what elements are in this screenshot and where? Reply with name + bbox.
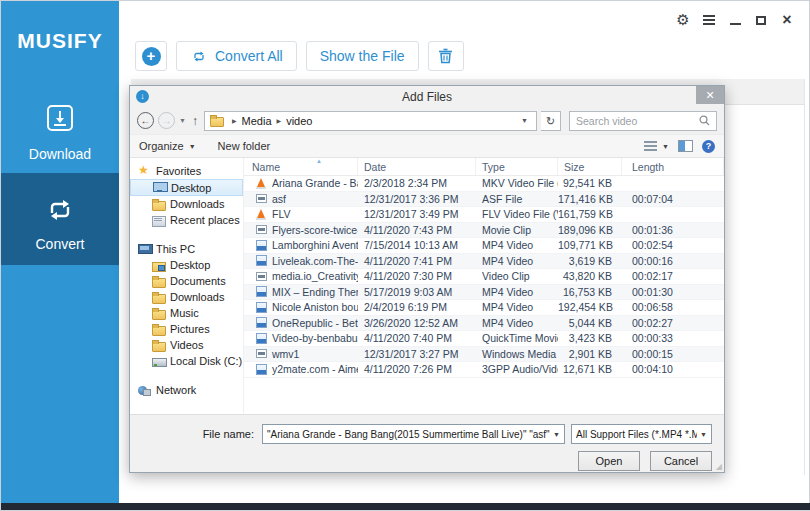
tree-item-local-disk-c-[interactable]: Local Disk (C:) [130, 353, 243, 369]
tree-item-recent-places[interactable]: Recent places [130, 212, 243, 228]
tree-item-favorites[interactable]: Favorites [130, 163, 243, 179]
refresh-icon[interactable]: ↻ [541, 111, 561, 131]
search-box[interactable] [569, 111, 717, 131]
desktop-icon [153, 182, 166, 193]
sidebar-item-convert[interactable]: Convert [1, 173, 119, 265]
tree-item-label: Favorites [156, 165, 201, 177]
file-type-cell: QuickTime Movie [476, 332, 558, 344]
file-row[interactable]: FLV12/31/2017 3:49 PMFLV Video File (VLC… [244, 207, 724, 223]
pc-icon [138, 244, 151, 255]
tree-item-videos[interactable]: Videos [130, 337, 243, 353]
tree-item-pictures[interactable]: Pictures [130, 321, 243, 337]
file-row[interactable]: Flyers-score-twice-i...4/11/2020 7:43 PM… [244, 223, 724, 239]
history-dropdown-icon[interactable]: ▼ [179, 117, 186, 124]
file-list-panel: ▲ NameDateTypeSizeLength Ariana Grande -… [244, 158, 724, 414]
new-folder-button[interactable]: New folder [218, 140, 271, 152]
tree-item-documents[interactable]: Documents [130, 273, 243, 289]
open-button[interactable]: Open [578, 451, 640, 471]
file-type-cell: MP4 Video [476, 301, 558, 313]
file-row[interactable]: wmv112/31/2017 3:27 PMWindows Media A...… [244, 347, 724, 363]
file-name-cell: Nicole Aniston bou... [244, 301, 358, 313]
add-files-button[interactable]: + [135, 41, 167, 71]
menu-icon[interactable] [701, 12, 717, 28]
folder-icon [152, 199, 165, 210]
organize-button[interactable]: Organize ▼ [139, 140, 196, 152]
file-type-dropdown-icon[interactable]: ▼ [697, 431, 707, 438]
file-row[interactable]: OneRepublic - Bett...3/26/2020 12:52 AMM… [244, 316, 724, 332]
column-header-name[interactable]: Name [244, 158, 358, 175]
file-row[interactable]: media.io_Creativity ...4/11/2020 7:30 PM… [244, 269, 724, 285]
file-name-text: asf [272, 193, 286, 205]
file-row[interactable]: Liveleak.com-The-c...4/11/2020 7:41 PMMP… [244, 254, 724, 270]
help-icon[interactable]: ? [702, 140, 715, 153]
file-name-dropdown-icon[interactable]: ▼ [550, 431, 560, 438]
column-header-type[interactable]: Type [476, 158, 558, 175]
file-row[interactable]: y2mate.com - Aime...4/11/2020 7:26 PM3GP… [244, 362, 724, 378]
close-icon[interactable]: × [779, 12, 795, 28]
column-header-date[interactable]: Date [358, 158, 476, 175]
maximize-icon[interactable] [753, 12, 769, 28]
file-row[interactable]: MIX – Ending Them...5/17/2019 9:03 AMMP4… [244, 285, 724, 301]
search-input[interactable] [576, 115, 699, 127]
tree-item-network[interactable]: Network [130, 382, 243, 398]
list-view-icon[interactable] [644, 141, 657, 151]
up-icon[interactable]: ↑ [192, 114, 198, 128]
file-row[interactable]: asf12/31/2017 3:36 PMASF File171,416 KB0… [244, 192, 724, 208]
tree-item-desktop[interactable]: Desktop [130, 257, 243, 273]
file-size-cell: 5,044 KB [558, 317, 622, 329]
show-the-file-button[interactable]: Show the File [306, 41, 419, 71]
column-header-length[interactable]: Length [622, 158, 724, 175]
file-length-cell: 00:06:58 [622, 301, 724, 313]
minimize-icon[interactable] [727, 12, 743, 28]
tree-item-label: Downloads [170, 198, 224, 210]
address-dropdown-icon[interactable]: ▼ [521, 117, 531, 124]
breadcrumb-item[interactable]: Media [242, 115, 272, 127]
tree-item-label: Documents [170, 275, 226, 287]
file-row[interactable]: Lamborghini Avent...7/15/2014 10:13 AMMP… [244, 238, 724, 254]
tree-item-downloads[interactable]: Downloads [130, 196, 243, 212]
file-name-cell: Video-by-benbabusis [244, 332, 358, 344]
tree-item-desktop[interactable]: Desktop [130, 179, 243, 196]
tree-item-downloads[interactable]: Downloads [130, 289, 243, 305]
file-date-cell: 2/4/2019 6:19 PM [358, 301, 476, 313]
breadcrumb-separator-icon: ▶ [277, 117, 282, 124]
file-row[interactable]: Nicole Aniston bou...2/4/2019 6:19 PMMP4… [244, 300, 724, 316]
delete-button[interactable] [428, 41, 464, 71]
resize-grip[interactable]: ◢ [716, 462, 722, 471]
file-name-combobox[interactable]: "Ariana Grande - Bang Bang(2015 Summerti… [262, 424, 565, 444]
breadcrumb[interactable]: ▶Media▶video ▼ [204, 111, 537, 131]
dialog-content: FavoritesDesktopDownloadsRecent placesTh… [130, 158, 724, 414]
file-name-cell: Ariana Grande - Ba... [244, 177, 358, 189]
file-size-cell: 3,423 KB [558, 332, 622, 344]
mp4-file-icon [256, 255, 267, 266]
file-name-cell: OneRepublic - Bett... [244, 317, 358, 329]
file-length-cell: 00:00:15 [622, 348, 724, 360]
file-size-cell: 192,454 KB [558, 301, 622, 313]
preview-pane-icon[interactable] [678, 140, 693, 152]
view-dropdown-icon[interactable]: ▼ [662, 143, 669, 150]
cancel-button[interactable]: Cancel [650, 451, 712, 471]
convert-all-button[interactable]: Convert All [176, 41, 297, 71]
file-size-cell: 16,753 KB [558, 286, 622, 298]
file-row[interactable]: Ariana Grande - Ba...2/3/2018 2:34 PMMKV… [244, 176, 724, 192]
file-list: Ariana Grande - Ba...2/3/2018 2:34 PMMKV… [244, 176, 724, 414]
file-row[interactable]: Video-by-benbabusis4/11/2020 7:40 PMQuic… [244, 331, 724, 347]
file-type-select[interactable]: All Support Files (*.MP4 *.M4V * ▼ [571, 424, 712, 444]
main-toolbar: + Convert All Show the File [135, 41, 464, 71]
back-icon[interactable]: ← [137, 112, 154, 129]
column-header-size[interactable]: Size [558, 158, 622, 175]
window-controls: ⚙ × [675, 12, 795, 28]
tree-item-this-pc[interactable]: This PC [130, 241, 243, 257]
tree-item-music[interactable]: Music [130, 305, 243, 321]
dialog-title: Add Files [130, 90, 724, 104]
file-length-cell: 00:00:16 [622, 255, 724, 267]
file-type-cell: MP4 Video [476, 286, 558, 298]
file-date-cell: 4/11/2020 7:40 PM [358, 332, 476, 344]
breadcrumb-item[interactable]: video [286, 115, 312, 127]
dialog-close-icon[interactable]: ✕ [696, 86, 724, 104]
musify-app-icon: ↓ [136, 90, 149, 103]
folder-icon [210, 115, 223, 126]
sidebar-item-download[interactable]: Download [1, 99, 119, 173]
settings-icon[interactable]: ⚙ [675, 12, 691, 28]
file-name-text: wmv1 [272, 348, 299, 360]
